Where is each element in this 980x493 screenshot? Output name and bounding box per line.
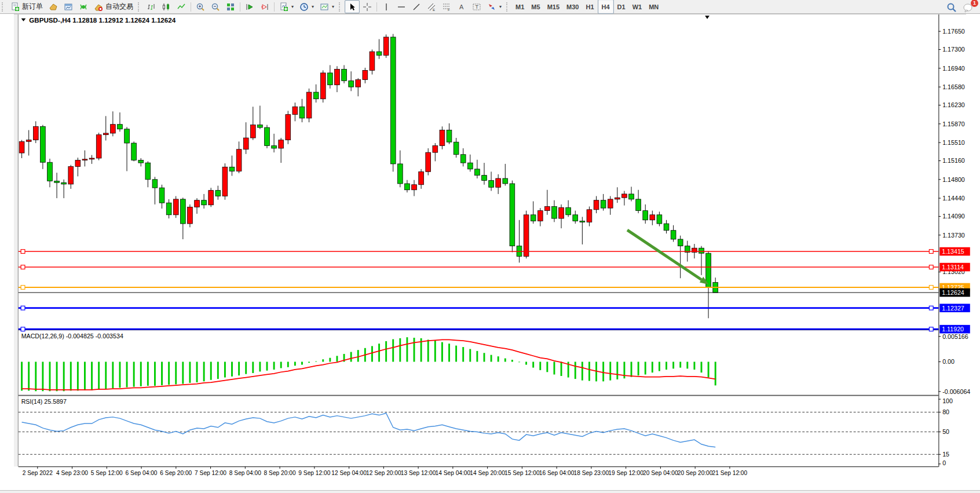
- chart-title: GBPUSD-,H4 1.12818 1.12912 1.12624 1.126…: [29, 16, 176, 24]
- candle: [152, 180, 158, 188]
- time-axis-label: 21 Sep 12:00: [712, 470, 748, 476]
- line-chart-button[interactable]: [174, 0, 189, 13]
- candle: [61, 182, 67, 184]
- timeframe-H1[interactable]: H1: [582, 2, 597, 12]
- chart-shift-button[interactable]: [257, 0, 272, 13]
- time-axis-label: 15 Sep 12:00: [504, 470, 540, 476]
- timeframe-M1[interactable]: M1: [512, 2, 528, 12]
- line-chart-icon: [177, 2, 186, 12]
- text-label-icon: T: [472, 2, 481, 12]
- candle: [433, 145, 438, 152]
- symbol-dropdown-icon[interactable]: [21, 19, 26, 21]
- macd-label: MACD(12,26,9) -0.004825 -0.003534: [21, 333, 123, 339]
- text-button[interactable]: A: [454, 0, 469, 13]
- horizontal-line-button[interactable]: [394, 0, 409, 13]
- notifications-icon[interactable]: 1: [963, 2, 974, 12]
- candle: [118, 125, 123, 129]
- price-line-label-text: 1.13415: [942, 248, 964, 255]
- candlestick-chart-button[interactable]: [159, 0, 174, 13]
- candle: [671, 231, 676, 239]
- tile-windows-button[interactable]: [223, 0, 238, 13]
- cursor-button[interactable]: [345, 0, 360, 13]
- price-line-label-text: 1.13114: [942, 264, 964, 271]
- zoom-in-button[interactable]: [193, 0, 208, 13]
- new-chart-button[interactable]: [46, 0, 61, 13]
- search-icon[interactable]: [946, 2, 956, 12]
- hline-handle[interactable]: [929, 250, 933, 254]
- hline-handle[interactable]: [929, 327, 933, 331]
- timeframe-group: M1M5M15M30H1H4D1W1MN: [512, 0, 662, 14]
- candle: [657, 215, 662, 224]
- annotation-arrow[interactable]: [627, 230, 701, 280]
- auto-trading-label: 自动交易: [105, 2, 133, 12]
- time-axis-label: 8 Sep 04:00: [229, 470, 261, 476]
- fibonacci-button[interactable]: F: [439, 0, 454, 13]
- candle: [636, 199, 641, 211]
- profiles-button[interactable]: [61, 0, 76, 13]
- timeframe-M15[interactable]: M15: [544, 2, 563, 12]
- candle: [482, 176, 487, 181]
- alerts-button[interactable]: [76, 0, 91, 13]
- candle: [489, 181, 494, 188]
- hline-handle[interactable]: [929, 306, 933, 310]
- bar-chart-button[interactable]: [144, 0, 159, 13]
- templates-button[interactable]: ▾: [317, 0, 337, 13]
- hline-handle[interactable]: [929, 265, 933, 269]
- hline-handle[interactable]: [21, 265, 25, 269]
- time-axis-label: 4 Sep 23:00: [56, 470, 88, 476]
- price-tick-label: 1.16230: [942, 101, 965, 108]
- fibonacci-icon: F: [442, 2, 451, 12]
- zoom-out-button[interactable]: [208, 0, 223, 13]
- hline-handle[interactable]: [21, 286, 25, 290]
- text-label-button[interactable]: T: [469, 0, 484, 13]
- gbpusd-h4-chart[interactable]: 1.176501.173001.169401.165801.162301.158…: [0, 14, 980, 490]
- timeframe-H4[interactable]: H4: [598, 0, 614, 14]
- trendline-icon: [412, 2, 421, 12]
- candle: [454, 142, 459, 155]
- timeframe-W1[interactable]: W1: [629, 2, 646, 12]
- timeframe-M30[interactable]: M30: [563, 2, 582, 12]
- timeframe-D1[interactable]: D1: [614, 2, 629, 12]
- zoom-in-icon: [196, 2, 205, 12]
- candlestick-chart-icon: [162, 2, 171, 12]
- arrows-icon: [487, 2, 496, 12]
- vertical-line-icon: [382, 2, 391, 12]
- candle: [250, 125, 255, 138]
- mt4-window: 新订单 自动交易: [0, 0, 980, 493]
- vertical-line-button[interactable]: [379, 0, 394, 13]
- hline-handle[interactable]: [21, 250, 25, 254]
- rsi-scale-label: 0: [942, 459, 946, 466]
- hline-handle[interactable]: [21, 306, 25, 310]
- chart-area: 1.176501.173001.169401.165801.162301.158…: [0, 14, 980, 490]
- candle: [236, 149, 242, 171]
- candle: [279, 140, 284, 148]
- trendline-button[interactable]: [409, 0, 424, 13]
- toolbar-grip: [2, 2, 6, 12]
- chart-shift-marker[interactable]: [705, 16, 710, 19]
- arrows-tool-button[interactable]: ▾: [484, 0, 504, 13]
- rsi-line: [22, 413, 716, 447]
- channel-button[interactable]: E: [424, 0, 439, 13]
- auto-trading-button[interactable]: 自动交易: [91, 0, 136, 13]
- timeframe-M5[interactable]: M5: [528, 2, 543, 12]
- price-tick-label: 1.14800: [942, 176, 965, 183]
- svg-text:A: A: [459, 3, 464, 10]
- new-order-button[interactable]: 新订单: [8, 0, 46, 13]
- hline-handle[interactable]: [929, 286, 933, 290]
- macd-scale-label: -0.006064: [942, 388, 970, 395]
- crosshair-button[interactable]: [360, 0, 375, 13]
- periods-button[interactable]: ▾: [297, 0, 317, 13]
- hline-handle[interactable]: [21, 327, 25, 331]
- auto-scroll-button[interactable]: [242, 0, 257, 13]
- candle: [460, 155, 466, 163]
- horizontal-line-icon: [397, 2, 406, 12]
- indicators-button[interactable]: ▾: [276, 0, 297, 13]
- candle: [587, 210, 592, 222]
- price-line-label-text: 1.12327: [942, 305, 964, 312]
- auto-trading-icon: [94, 2, 103, 12]
- candle: [440, 130, 445, 146]
- candle: [125, 129, 130, 143]
- candle: [166, 203, 171, 215]
- candle: [243, 138, 248, 149]
- timeframe-MN[interactable]: MN: [645, 2, 662, 12]
